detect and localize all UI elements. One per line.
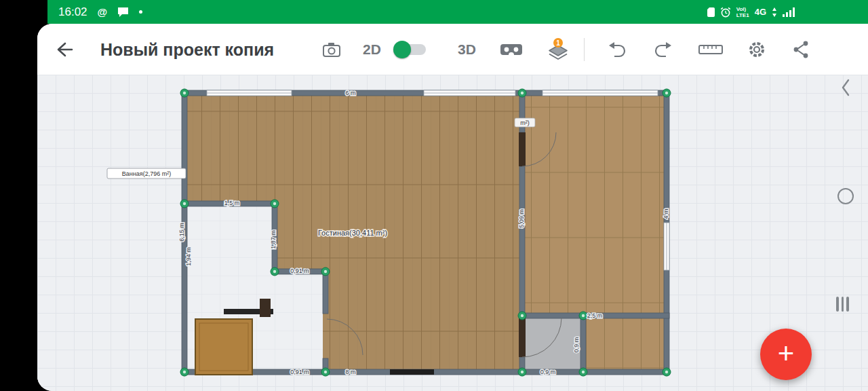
pan-bars-control[interactable] xyxy=(836,297,849,312)
svg-text:Ванная(2,796 m²): Ванная(2,796 m²) xyxy=(122,170,171,177)
screen-body: Новый проект копия 2D 3D xyxy=(0,24,868,391)
dot-notification-icon xyxy=(139,10,142,14)
svg-text:6 m: 6 m xyxy=(345,90,355,96)
svg-text:6,15 m: 6,15 m xyxy=(178,223,185,242)
svg-text:4 m: 4 m xyxy=(663,208,669,219)
vr-cardboard-button[interactable] xyxy=(500,42,523,57)
living-room-label: Гостиная(30,411 m²) xyxy=(318,229,387,237)
data-arrows-icon xyxy=(772,7,777,17)
svg-text:0,91 m: 0,91 m xyxy=(290,369,309,375)
add-item-fab[interactable]: + xyxy=(760,329,812,380)
ruler-measure-button[interactable] xyxy=(698,43,723,56)
plus-icon: + xyxy=(778,339,795,368)
layers-button[interactable]: 1 xyxy=(547,38,569,61)
settings-gear-button[interactable] xyxy=(747,39,767,60)
signal-bars-icon xyxy=(783,7,795,17)
app-window: Новый проект копия 2D 3D xyxy=(37,24,868,391)
project-title: Новый проект копия xyxy=(100,39,274,59)
redo-button[interactable] xyxy=(653,41,673,58)
undo-button[interactable] xyxy=(607,41,627,58)
alarm-icon xyxy=(720,7,731,18)
svg-text:m²): m²) xyxy=(520,119,530,126)
partial-label-tag: m²) xyxy=(515,118,535,127)
furniture-cabinet[interactable] xyxy=(195,319,252,375)
toggle-knob[interactable] xyxy=(393,41,411,58)
svg-text:0,91 m: 0,91 m xyxy=(290,267,309,274)
back-button[interactable] xyxy=(54,41,73,58)
app-toolbar: Новый проект копия 2D 3D xyxy=(37,24,868,75)
at-notification-icon: @ xyxy=(98,6,108,18)
network-type: 4G xyxy=(755,7,766,17)
sd-card-icon xyxy=(707,7,715,17)
plan-canvas[interactable]: 6 m 1,5 m 0,91 m 8 m 0,91 m 0,9 m 2,5 m … xyxy=(37,75,868,391)
svg-text:1,94 m: 1,94 m xyxy=(185,247,192,266)
svg-text:5,09 m: 5,09 m xyxy=(518,209,525,228)
small-door-leaf[interactable] xyxy=(260,299,271,317)
status-bar-surface: 16:02 @ Vol) LTE1 4G xyxy=(47,0,868,24)
door-threshold[interactable] xyxy=(390,369,434,375)
camera-screenshot-button[interactable] xyxy=(322,41,341,58)
svg-text:8 m: 8 m xyxy=(345,369,355,375)
mode-3d-label[interactable]: 3D xyxy=(458,41,476,58)
clock: 16:02 xyxy=(58,5,87,19)
floor-plan[interactable]: 6 m 1,5 m 0,91 m 8 m 0,91 m 0,9 m 2,5 m … xyxy=(37,75,868,391)
svg-text:1: 1 xyxy=(556,39,560,46)
toolbar-divider xyxy=(584,38,585,61)
status-bar: 16:02 @ Vol) LTE1 4G xyxy=(0,0,868,24)
svg-text:0,9 m: 0,9 m xyxy=(573,337,580,353)
chat-notification-icon xyxy=(117,7,129,17)
svg-text:1,87 m: 1,87 m xyxy=(270,230,277,249)
mode-2d-label[interactable]: 2D xyxy=(363,41,381,58)
bathroom-label-tag: Ванная(2,796 m²) xyxy=(107,168,186,179)
svg-text:2,5 m: 2,5 m xyxy=(587,312,603,319)
2d-3d-toggle[interactable] xyxy=(395,43,426,56)
view-circle-control[interactable] xyxy=(837,188,854,204)
svg-text:1,5 m: 1,5 m xyxy=(224,200,240,206)
share-button[interactable] xyxy=(791,40,810,59)
carrier-indicator: Vol) LTE1 xyxy=(736,6,749,18)
collapse-panel-chevron[interactable] xyxy=(841,79,850,96)
svg-text:0,9 m: 0,9 m xyxy=(540,369,556,375)
room-entry-floor[interactable] xyxy=(525,318,580,369)
